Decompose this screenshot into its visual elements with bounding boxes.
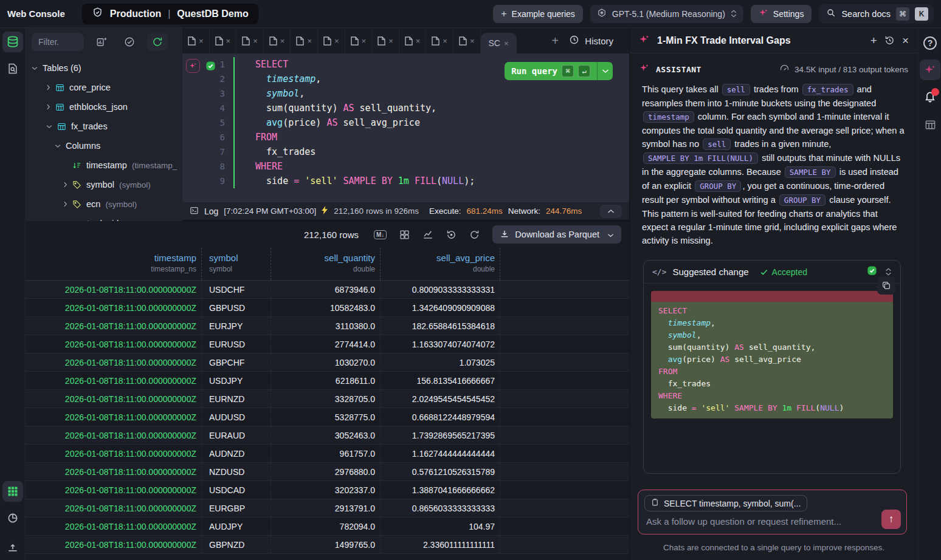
- table-row[interactable]: 2026-01-08T18:11:00.000000000ZEURNZD3328…: [26, 390, 629, 408]
- close-tab-icon[interactable]: ×: [253, 36, 258, 46]
- tree-item-columns[interactable]: Columns: [26, 136, 182, 155]
- active-tab[interactable]: SC ×: [481, 33, 517, 53]
- cell: 5328775.0: [271, 408, 381, 426]
- close-tab-icon[interactable]: ×: [280, 36, 285, 46]
- log-label[interactable]: Log: [204, 207, 218, 216]
- close-tab-icon[interactable]: ×: [504, 39, 509, 48]
- search-docs-button[interactable]: Search docs ⌘ K: [819, 4, 934, 24]
- refresh-tables-icon[interactable]: [147, 33, 168, 50]
- tree-item-tables--6-[interactable]: Tables (6): [26, 58, 182, 78]
- table-row[interactable]: 2026-01-08T18:11:00.000000000ZEURJPY3110…: [26, 317, 629, 335]
- clipboard-icon: [651, 498, 659, 508]
- editor-tab[interactable]: ×: [453, 28, 481, 53]
- history-button[interactable]: History: [569, 35, 613, 47]
- markdown-copy-icon[interactable]: M↓: [374, 230, 387, 239]
- editor-tab[interactable]: ×: [291, 28, 318, 53]
- editor-tab[interactable]: ×: [345, 28, 373, 53]
- grid-view-icon[interactable]: [2, 481, 23, 502]
- grid-layout-icon[interactable]: [399, 230, 410, 240]
- table-row[interactable]: 2026-01-08T18:11:00.000000000ZUSDJPY6218…: [26, 372, 629, 390]
- editor-tab[interactable]: ×: [399, 28, 427, 53]
- editor-tab[interactable]: ×: [236, 28, 264, 53]
- chat-input-box[interactable]: SELECT timestamp, symbol, sum(... ↑: [638, 490, 907, 534]
- tree-item-ecn[interactable]: ecn(symbol): [26, 194, 182, 214]
- run-query-button[interactable]: Run query ⌘ ↵: [505, 62, 613, 80]
- expand-chevrons-icon[interactable]: [885, 268, 892, 276]
- close-tab-icon[interactable]: ×: [199, 36, 204, 46]
- file-search-icon[interactable]: [2, 58, 23, 79]
- code-line: WHERE: [651, 390, 893, 402]
- notifications-bell-icon[interactable]: [920, 87, 940, 108]
- table-row[interactable]: 2026-01-08T18:11:00.000000000ZAUDJPY7820…: [26, 517, 629, 536]
- close-tab-icon[interactable]: ×: [416, 36, 421, 46]
- close-chat-icon[interactable]: ×: [902, 34, 909, 47]
- close-tab-icon[interactable]: ×: [334, 36, 339, 46]
- close-tab-icon[interactable]: ×: [388, 36, 393, 46]
- tree-item-ethblocks_json[interactable]: ethblocks_json: [26, 97, 182, 117]
- close-tab-icon[interactable]: ×: [470, 36, 475, 46]
- refresh-icon[interactable]: [469, 230, 480, 240]
- table-row[interactable]: 2026-01-08T18:11:00.000000000ZNZDUSD2976…: [26, 463, 629, 481]
- table-row[interactable]: 2026-01-08T18:11:00.000000000ZAUDUSD5328…: [26, 408, 629, 426]
- add-metrics-icon[interactable]: [91, 33, 112, 50]
- example-queries-button[interactable]: + Example queries: [493, 5, 583, 23]
- copy-code-button[interactable]: [877, 276, 895, 295]
- instance-badge[interactable]: Production | QuestDB Demo: [82, 4, 258, 24]
- query-context-chip[interactable]: SELECT timestamp, symbol, sum(...: [644, 495, 807, 511]
- import-icon[interactable]: [2, 537, 23, 558]
- run-options-chevron-icon[interactable]: [597, 62, 613, 80]
- ai-sparkle-icon[interactable]: [186, 59, 200, 73]
- code-area[interactable]: 1SELECT2 timestamp,3 symbol,4 sum(quanti…: [182, 53, 629, 202]
- table-row[interactable]: 2026-01-08T18:11:00.000000000ZGBPNZD1499…: [26, 536, 629, 554]
- table-row[interactable]: 2026-01-08T18:11:00.000000000ZGBPCHF1030…: [26, 353, 629, 372]
- column-type: (timestamp_: [132, 161, 177, 170]
- tree-item-fx_trades[interactable]: fx_trades: [26, 117, 182, 136]
- editor-tab[interactable]: ×: [210, 28, 237, 53]
- help-icon[interactable]: ?: [920, 33, 940, 53]
- editor-tab[interactable]: ×: [426, 28, 453, 53]
- editor-tab[interactable]: ×: [318, 28, 345, 53]
- table-row[interactable]: 2026-01-08T18:11:00.000000000ZUSDCHF6873…: [26, 281, 629, 299]
- tables-panel-icon[interactable]: [2, 32, 23, 52]
- chart-icon[interactable]: [422, 229, 433, 240]
- tree-item-trade_id[interactable]: 123trade_id(uuid): [26, 214, 182, 221]
- column-header-sell_quantity[interactable]: sell_quantitydouble: [271, 248, 381, 280]
- editor-tab[interactable]: ×: [372, 28, 399, 53]
- filter-input[interactable]: [32, 33, 84, 51]
- settings-button[interactable]: Settings: [751, 5, 812, 23]
- table-row[interactable]: 2026-01-08T18:11:00.000000000ZEURUSD2774…: [26, 335, 629, 353]
- column-header-timestamp[interactable]: timestamptimestamp_ns: [26, 248, 202, 280]
- table-panel-icon[interactable]: [920, 114, 940, 135]
- tree-item-timestamp[interactable]: timestamp(timestamp_: [26, 155, 182, 175]
- column-header-symbol[interactable]: symbolsymbol: [202, 248, 271, 280]
- ai-assistant-icon[interactable]: [920, 60, 940, 80]
- openai-icon: [597, 8, 607, 19]
- check-circle-icon[interactable]: [119, 33, 140, 50]
- table-row[interactable]: 2026-01-08T18:11:00.000000000ZUSDCAD3202…: [26, 481, 629, 499]
- table-row[interactable]: 2026-01-08T18:11:00.000000000ZEURAUD3052…: [26, 426, 629, 445]
- collapse-log-button[interactable]: [600, 205, 622, 218]
- send-button[interactable]: ↑: [881, 510, 901, 529]
- chat-history-icon[interactable]: [884, 35, 895, 46]
- model-selector[interactable]: GPT-5.1 (Medium Reasoning): [590, 5, 743, 23]
- chevron-down-icon: [32, 66, 38, 70]
- reset-icon[interactable]: [446, 230, 457, 240]
- download-parquet-button[interactable]: Download as Parquet: [492, 225, 621, 244]
- close-tab-icon[interactable]: ×: [362, 36, 367, 46]
- table-row[interactable]: 2026-01-08T18:11:00.000000000ZGBPUSD1058…: [26, 299, 629, 317]
- editor-tab[interactable]: ×: [182, 28, 210, 53]
- table-row[interactable]: 2026-01-08T18:11:00.000000000ZAUDNZD9617…: [26, 445, 629, 463]
- new-chat-icon[interactable]: +: [870, 34, 877, 47]
- followup-input[interactable]: [646, 513, 859, 529]
- editor-tab[interactable]: ×: [264, 28, 291, 53]
- close-tab-icon[interactable]: ×: [226, 36, 231, 46]
- tree-item-core_price[interactable]: core_price: [26, 78, 182, 97]
- chart-view-icon[interactable]: [2, 508, 23, 528]
- table-row[interactable]: 2026-01-08T18:11:00.000000000ZEURGBP2913…: [26, 499, 629, 517]
- new-tab-button[interactable]: +: [552, 34, 559, 48]
- download-options-chevron-icon[interactable]: [607, 230, 614, 239]
- close-tab-icon[interactable]: ×: [443, 36, 447, 46]
- close-tab-icon[interactable]: ×: [307, 36, 312, 46]
- column-header-sell_avg_price[interactable]: sell_avg_pricedouble: [381, 248, 500, 280]
- tree-item-symbol[interactable]: symbol(symbol): [26, 175, 182, 194]
